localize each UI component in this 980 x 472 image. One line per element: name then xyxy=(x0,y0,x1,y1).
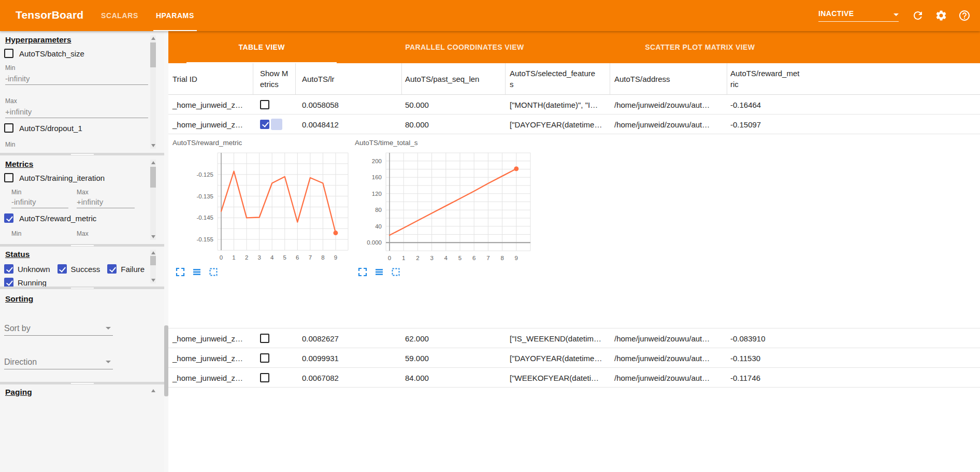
metrics-expansion-panel: AutoTS/reward_metric -0.125-0.135-0.145-… xyxy=(168,134,980,328)
svg-text:120: 120 xyxy=(372,191,382,197)
scroll-up-icon[interactable] xyxy=(151,389,155,392)
col-past-seq-len: AutoTS/past_seq_len xyxy=(405,74,479,84)
status-running-checkbox[interactable] xyxy=(4,278,13,287)
view-data-icon[interactable] xyxy=(374,267,384,277)
metrics-heading: Metrics xyxy=(5,160,33,169)
status-unknown-checkbox[interactable] xyxy=(4,264,13,274)
show-metrics-checkbox[interactable] xyxy=(260,373,269,382)
max-label: Max xyxy=(5,97,17,105)
expand-chart-icon[interactable] xyxy=(176,267,185,277)
training-iteration-label: AutoTS/training_iteration xyxy=(19,174,105,182)
table-header: Trial ID Show Metrics AutoTS/lr AutoTS/p… xyxy=(168,63,980,95)
help-icon[interactable] xyxy=(958,9,971,22)
svg-text:4: 4 xyxy=(270,254,274,261)
tab-parallel-coordinates-view[interactable]: PARALLEL COORDINATES VIEW xyxy=(355,31,574,63)
scroll-up-icon[interactable] xyxy=(151,161,155,164)
training-iteration-max-input[interactable] xyxy=(77,196,135,208)
settings-gear-icon[interactable] xyxy=(935,9,947,22)
svg-text:3: 3 xyxy=(257,254,261,261)
hyperparameters-scrollbar[interactable] xyxy=(150,35,156,149)
main-scrollbar[interactable] xyxy=(164,31,168,472)
time-total-plot[interactable]: 0.00040801201602000123456789 xyxy=(355,150,536,262)
status-success-checkbox[interactable] xyxy=(57,264,67,274)
tab-scatter-plot-matrix-view[interactable]: SCATTER PLOT MATRIX VIEW xyxy=(574,31,826,63)
scroll-down-icon[interactable] xyxy=(151,144,155,147)
paging-scrollbar[interactable] xyxy=(150,388,156,408)
scroll-up-icon[interactable] xyxy=(151,37,155,40)
reset-zoom-icon[interactable] xyxy=(391,267,400,277)
lr-cell: 0.0067082 xyxy=(302,373,339,382)
svg-text:-0.135: -0.135 xyxy=(196,193,213,199)
trial-id-cell: _home_junweid_z… xyxy=(172,334,243,342)
status-scrollbar[interactable] xyxy=(150,250,156,283)
tensorboard-app: TensorBoard SCALARS HPARAMS INACTIVE Hyp… xyxy=(0,0,980,472)
chart-title: AutoTS/reward_metric xyxy=(172,139,356,147)
table-row: _home_junweid_z… 0.0048412 80.000 ["DAYO… xyxy=(168,115,980,134)
past-seq-len-cell: 80.000 xyxy=(405,120,429,128)
col-address: AutoTS/address xyxy=(614,74,670,84)
expand-chart-icon[interactable] xyxy=(358,267,367,277)
sort-by-dropdown[interactable]: Sort by xyxy=(4,321,113,336)
reward-metric-plot[interactable]: -0.125-0.135-0.145-0.1550123456789 xyxy=(172,150,356,262)
min-label: Min xyxy=(5,64,15,71)
refresh-icon[interactable] xyxy=(912,9,924,22)
reward-metric-cell: -0.16464 xyxy=(730,100,761,109)
table-row: _home_junweid_z… 0.0058058 50.000 ["MONT… xyxy=(168,95,980,115)
reload-status-value: INACTIVE xyxy=(818,9,854,18)
svg-text:160: 160 xyxy=(372,174,382,180)
training-iteration-checkbox[interactable] xyxy=(4,173,13,182)
lr-cell: 0.0058058 xyxy=(302,100,339,109)
direction-dropdown[interactable]: Direction xyxy=(4,355,113,369)
training-iteration-min-input[interactable] xyxy=(11,196,68,208)
hparam-row-batch-size: AutoTS/batch_size xyxy=(4,49,84,58)
reward-metric-checkbox[interactable] xyxy=(4,213,13,223)
scroll-up-icon[interactable] xyxy=(151,251,155,254)
show-metrics-checkbox[interactable] xyxy=(260,120,269,129)
batch-size-min-input[interactable] xyxy=(5,73,148,85)
scroll-down-icon[interactable] xyxy=(151,235,155,238)
reset-zoom-icon[interactable] xyxy=(209,267,218,277)
svg-text:0.000: 0.000 xyxy=(367,239,382,246)
reload-status-dropdown[interactable]: INACTIVE xyxy=(818,9,899,22)
dropdown-caret-icon xyxy=(893,13,899,16)
tab-table-view[interactable]: TABLE VIEW xyxy=(168,31,355,63)
col-show-metrics: Show Metrics xyxy=(260,68,292,90)
scroll-down-icon[interactable] xyxy=(151,279,155,282)
col-lr: AutoTS/lr xyxy=(302,74,335,84)
svg-text:6: 6 xyxy=(472,255,475,261)
show-metrics-checkbox[interactable] xyxy=(260,334,269,343)
status-failure-checkbox[interactable] xyxy=(107,264,117,274)
status-unknown-label: Unknown xyxy=(18,265,50,274)
lr-cell: 0.0048412 xyxy=(302,120,339,128)
chart-title: AutoTS/time_total_s xyxy=(355,139,536,147)
dropout-checkbox[interactable] xyxy=(4,123,13,133)
tab-scalars[interactable]: SCALARS xyxy=(92,0,147,31)
metrics-scrollbar[interactable] xyxy=(150,160,156,240)
view-data-icon[interactable] xyxy=(192,267,201,277)
status-failure-label: Failure xyxy=(121,265,145,274)
tab-hparams[interactable]: HPARAMS xyxy=(147,0,203,31)
view-tabs: TABLE VIEW PARALLEL COORDINATES VIEW SCA… xyxy=(168,31,980,63)
past-seq-len-cell: 84.000 xyxy=(405,373,429,382)
svg-text:200: 200 xyxy=(372,158,382,164)
batch-size-checkbox[interactable] xyxy=(4,49,13,58)
svg-text:2: 2 xyxy=(245,254,248,261)
show-metrics-checkbox[interactable] xyxy=(260,100,269,109)
table-row: _home_junweid_z… 0.0067082 84.000 ["WEEK… xyxy=(168,368,980,388)
reward-metric-cell: -0.11530 xyxy=(730,353,760,362)
svg-text:0: 0 xyxy=(220,254,223,261)
batch-size-max-input[interactable] xyxy=(5,106,148,118)
svg-text:0: 0 xyxy=(388,255,391,261)
svg-text:9: 9 xyxy=(515,255,518,261)
header-controls: INACTIVE xyxy=(818,0,971,31)
svg-text:9: 9 xyxy=(334,254,337,261)
col-trial-id: Trial ID xyxy=(172,74,197,84)
header-tabs: SCALARS HPARAMS xyxy=(92,0,203,31)
svg-text:1: 1 xyxy=(232,254,235,261)
table-row: _home_junweid_z… 0.0082627 62.000 ["IS_W… xyxy=(168,328,980,348)
svg-text:80: 80 xyxy=(375,207,382,213)
dropout-label: AutoTS/dropout_1 xyxy=(19,124,82,133)
show-metrics-checkbox[interactable] xyxy=(260,353,269,363)
address-cell: /home/junweid/zouwu/aut… xyxy=(614,334,710,342)
address-cell: /home/junweid/zouwu/aut… xyxy=(614,100,710,109)
